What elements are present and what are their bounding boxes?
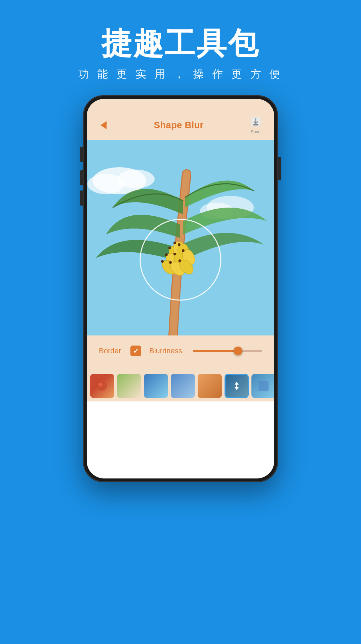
phone-inner: Shape Blur Save bbox=[87, 99, 274, 478]
thumbnail-3[interactable] bbox=[144, 374, 168, 398]
thumb-3-preview bbox=[144, 374, 168, 398]
svg-rect-20 bbox=[236, 384, 237, 388]
svg-point-19 bbox=[98, 383, 103, 387]
swap-icon-overlay bbox=[226, 375, 248, 397]
border-checkbox[interactable]: ✓ bbox=[130, 346, 141, 356]
thumbnail-1[interactable] bbox=[90, 374, 114, 398]
thumbnail-7[interactable] bbox=[251, 374, 274, 398]
blurriness-label: Blurriness bbox=[149, 347, 182, 355]
hero-title: 捷趣工具包 bbox=[0, 27, 361, 60]
thumbnail-4[interactable] bbox=[171, 374, 195, 398]
slider-fill bbox=[193, 350, 238, 352]
save-label: Save bbox=[251, 129, 261, 134]
svg-point-15 bbox=[169, 261, 172, 264]
back-button[interactable] bbox=[96, 118, 111, 133]
save-icon bbox=[250, 116, 262, 128]
svg-rect-21 bbox=[258, 381, 269, 391]
app-title: Shape Blur bbox=[111, 120, 246, 131]
blurriness-slider[interactable] bbox=[193, 350, 262, 352]
thumb-7-preview bbox=[251, 374, 274, 398]
thumb-1-preview bbox=[90, 374, 114, 398]
svg-point-8 bbox=[168, 247, 171, 249]
thumb-2-preview bbox=[117, 374, 141, 398]
save-button[interactable]: Save bbox=[246, 116, 265, 134]
scene-illustration bbox=[87, 140, 274, 335]
svg-point-18 bbox=[97, 381, 107, 391]
slider-thumb[interactable] bbox=[234, 347, 242, 355]
checkmark-icon: ✓ bbox=[133, 348, 139, 354]
thumb-4-preview bbox=[171, 374, 195, 398]
phone-wrapper: Shape Blur Save bbox=[0, 95, 361, 482]
border-label: Border bbox=[99, 347, 122, 355]
svg-point-14 bbox=[161, 260, 164, 263]
swap-arrows-icon bbox=[231, 381, 242, 391]
thumbnail-6-active[interactable] bbox=[225, 374, 249, 398]
svg-point-13 bbox=[182, 249, 185, 252]
svg-rect-1 bbox=[253, 124, 258, 126]
svg-point-12 bbox=[173, 253, 176, 255]
app-header: Shape Blur Save bbox=[87, 99, 274, 140]
thumb-6-preview bbox=[226, 375, 248, 397]
hero-section: 捷趣工具包 功 能 更 实 用 ， 操 作 更 方 便 bbox=[0, 0, 361, 95]
hero-subtitle: 功 能 更 实 用 ， 操 作 更 方 便 bbox=[0, 67, 361, 82]
svg-point-9 bbox=[173, 242, 176, 244]
svg-point-16 bbox=[178, 259, 181, 262]
thumbnail-2[interactable] bbox=[117, 374, 141, 398]
image-area[interactable] bbox=[87, 140, 274, 335]
thumbnail-strip bbox=[87, 370, 274, 401]
svg-point-5 bbox=[118, 170, 155, 188]
phone-mockup: Shape Blur Save bbox=[83, 95, 278, 482]
thumbnail-5[interactable] bbox=[198, 374, 222, 398]
svg-point-11 bbox=[165, 253, 168, 256]
controls-area: Border ✓ Blurriness bbox=[87, 335, 274, 370]
thumb-5-preview bbox=[198, 374, 222, 398]
controls-row: Border ✓ Blurriness bbox=[99, 346, 262, 356]
svg-point-10 bbox=[178, 243, 180, 246]
back-chevron-icon bbox=[101, 121, 107, 129]
